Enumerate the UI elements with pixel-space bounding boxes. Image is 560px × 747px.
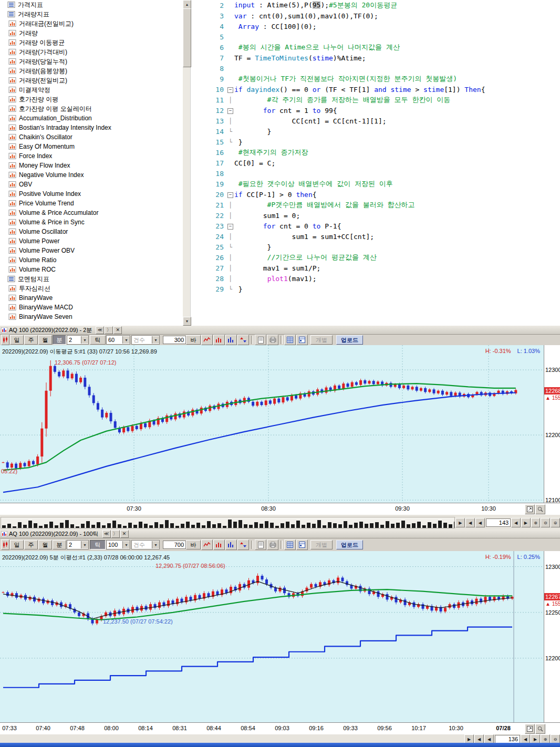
tree-category[interactable]: 가격지표 bbox=[0, 0, 183, 9]
grid-icon[interactable] bbox=[284, 540, 296, 550]
time-axis[interactable]: 07:3008:3009:3010:30 bbox=[0, 503, 560, 515]
period-tick-button[interactable]: 틱 bbox=[90, 335, 106, 345]
period-week-button[interactable]: 주 bbox=[24, 540, 38, 549]
scroll-left-icon[interactable]: ◀ bbox=[511, 518, 521, 527]
tree-item[interactable]: 거래대금(전일비교) bbox=[0, 19, 183, 28]
scroll-right-icon[interactable]: ▶ bbox=[521, 518, 531, 527]
tree-category[interactable]: 모멘텀지표 bbox=[0, 274, 183, 284]
scroll-down-button[interactable]: ▼ bbox=[183, 317, 191, 326]
tree-item[interactable]: Money Flow Index bbox=[0, 161, 183, 170]
tree-item[interactable]: Volume & Price Accumulator bbox=[0, 208, 183, 217]
chart2-titlebar[interactable]: AQ 100 (202209)(2022.09) - 100틱 ≪ 〉 ✕ bbox=[0, 530, 560, 538]
window-next-icon[interactable]: 〉 bbox=[105, 326, 113, 334]
tree-item[interactable]: 거래량 이동평균 bbox=[0, 38, 183, 47]
tree-item[interactable]: Force Index bbox=[0, 151, 183, 161]
tree-item[interactable]: 거래량 bbox=[0, 28, 183, 38]
minus-circle-icon[interactable]: ⊖ bbox=[541, 518, 550, 527]
interval-dropdown[interactable]: 2▼ bbox=[67, 335, 89, 345]
tree-item[interactable]: Volume Oscillator bbox=[0, 227, 183, 236]
zoom-icon[interactable] bbox=[535, 504, 545, 514]
tick-dropdown[interactable]: 100▼ bbox=[106, 540, 130, 549]
step-back2-icon[interactable]: ◀ bbox=[475, 518, 485, 527]
bar-chart-red-icon[interactable] bbox=[213, 540, 225, 550]
sort-arrows-icon[interactable] bbox=[237, 540, 249, 550]
tree-item[interactable]: BinaryWave bbox=[0, 293, 183, 303]
period-tick-button[interactable]: 틱 bbox=[90, 540, 106, 549]
period-minute-button[interactable]: 분 bbox=[53, 335, 66, 345]
count-dropdown[interactable]: 건수▼ bbox=[131, 335, 160, 345]
bars-count-input[interactable]: 700 bbox=[163, 541, 186, 549]
tick-dropdown[interactable]: 60▼ bbox=[106, 335, 130, 345]
script-code-editor[interactable]: 2input : Atime(5),P(95);#5분봉의 20이동평균3var… bbox=[195, 0, 560, 326]
interval-dropdown[interactable]: 2▼ bbox=[67, 540, 89, 549]
volume-navigator[interactable] bbox=[1, 517, 455, 528]
tree-item[interactable]: Price Volume Trend bbox=[0, 199, 183, 208]
upload-button[interactable]: 업로드 bbox=[336, 540, 363, 549]
tree-item[interactable]: 투자심리선 bbox=[0, 284, 183, 293]
step-back-icon[interactable]: ◀ bbox=[465, 518, 475, 527]
expand-icon[interactable] bbox=[525, 724, 535, 734]
hand-icon[interactable]: ⊜ bbox=[551, 518, 560, 527]
tree-item[interactable]: Accumulation_Distribution bbox=[0, 113, 183, 123]
window-prev-icon[interactable]: ≪ bbox=[96, 326, 104, 334]
document-icon[interactable] bbox=[255, 335, 266, 345]
period-day-button[interactable]: 일 bbox=[10, 540, 24, 549]
bars-count-input[interactable]: 300 bbox=[163, 336, 186, 344]
close-icon[interactable]: ✕ bbox=[120, 530, 129, 538]
tree-item[interactable]: OBV bbox=[0, 180, 183, 189]
tree-category[interactable]: 거래량지표 bbox=[0, 9, 183, 19]
scrollbar-thumb[interactable] bbox=[183, 8, 191, 67]
tree-item[interactable]: Volume Power OBV bbox=[0, 246, 183, 255]
fold-toggle-icon[interactable]: − bbox=[226, 191, 234, 198]
bar-chart-red-icon[interactable] bbox=[213, 335, 225, 345]
tree-item[interactable]: Volume Power bbox=[0, 236, 183, 246]
close-icon[interactable]: ✕ bbox=[113, 326, 122, 334]
bar-position-input[interactable]: 143 bbox=[486, 518, 511, 527]
tree-item[interactable]: Bostian's Intraday Intensity Index bbox=[0, 123, 183, 132]
period-minute-button[interactable]: 분 bbox=[53, 540, 66, 549]
tree-item[interactable]: Positive Volume Index bbox=[0, 189, 183, 199]
bars-apply-button[interactable]: 바 bbox=[186, 335, 201, 345]
period-month-button[interactable]: 월 bbox=[38, 540, 52, 549]
period-day-button[interactable]: 일 bbox=[10, 335, 24, 345]
fold-toggle-icon[interactable]: − bbox=[226, 222, 234, 230]
price-axis[interactable]: 12300122501220012267▲ 155 bbox=[544, 551, 560, 722]
tree-item[interactable]: BinaryWave MACD bbox=[0, 303, 183, 312]
fold-toggle-icon[interactable]: − bbox=[226, 107, 234, 114]
count-dropdown[interactable]: 건수▼ bbox=[131, 540, 160, 549]
bars-apply-button[interactable]: 바 bbox=[186, 540, 201, 549]
period-month-button[interactable]: 월 bbox=[38, 335, 52, 345]
candle-chart-icon[interactable] bbox=[1, 540, 9, 550]
tree-item[interactable]: Volume ROC bbox=[0, 265, 183, 274]
tree-item[interactable]: 미결제약정 bbox=[0, 85, 183, 95]
document-icon[interactable] bbox=[255, 540, 266, 550]
print-icon[interactable] bbox=[267, 540, 278, 550]
window-prev-icon[interactable]: ≪ bbox=[102, 530, 111, 538]
tree-item[interactable]: 거래량(가격대비) bbox=[0, 47, 183, 57]
price-axis[interactable]: 12300122001210012268▲ 155 bbox=[544, 345, 560, 503]
scroll-up-button[interactable]: ▲ bbox=[183, 0, 191, 9]
tree-item[interactable]: Negative Volume Index bbox=[0, 170, 183, 180]
chart1-titlebar[interactable]: AQ 100 (202209)(2022.09) - 2분 ≪ 〉 ✕ bbox=[0, 326, 560, 335]
tree-item[interactable]: Chaikin's Oscillator bbox=[0, 132, 183, 142]
tree-item[interactable]: 호가잔량 이평 오실레이터 bbox=[0, 104, 183, 113]
window-next-icon[interactable]: 〉 bbox=[111, 530, 120, 538]
grid-settings-icon[interactable] bbox=[296, 540, 308, 550]
zoom-icon[interactable] bbox=[535, 724, 545, 734]
tree-item[interactable]: 호가잔량 이평 bbox=[0, 95, 183, 104]
play-icon[interactable]: ▶ bbox=[455, 518, 465, 527]
individual-button[interactable]: 개별 bbox=[310, 335, 333, 345]
sort-arrows-icon[interactable] bbox=[237, 335, 249, 345]
tree-item[interactable]: 거래량(전일비교) bbox=[0, 76, 183, 85]
tree-item[interactable]: Volume Ratio bbox=[0, 255, 183, 265]
chevron-down-icon[interactable]: ▼ bbox=[81, 336, 88, 344]
indicator-tree-list[interactable]: 가격지표거래량지표거래대금(전일비교)거래량거래량 이동평균거래량(가격대비)거… bbox=[0, 0, 183, 326]
individual-button[interactable]: 개별 bbox=[310, 540, 333, 549]
tree-item[interactable]: Easy Of Momentum bbox=[0, 142, 183, 151]
bar-chart-blue-icon[interactable] bbox=[225, 540, 237, 550]
time-axis[interactable]: 07:3307:4007:4808:0008:1408:3108:4408:54… bbox=[0, 722, 560, 734]
grid-icon[interactable] bbox=[284, 335, 296, 345]
print-icon[interactable] bbox=[267, 335, 278, 345]
expand-icon[interactable] bbox=[525, 504, 535, 514]
bar-chart-blue-icon[interactable] bbox=[225, 335, 237, 345]
